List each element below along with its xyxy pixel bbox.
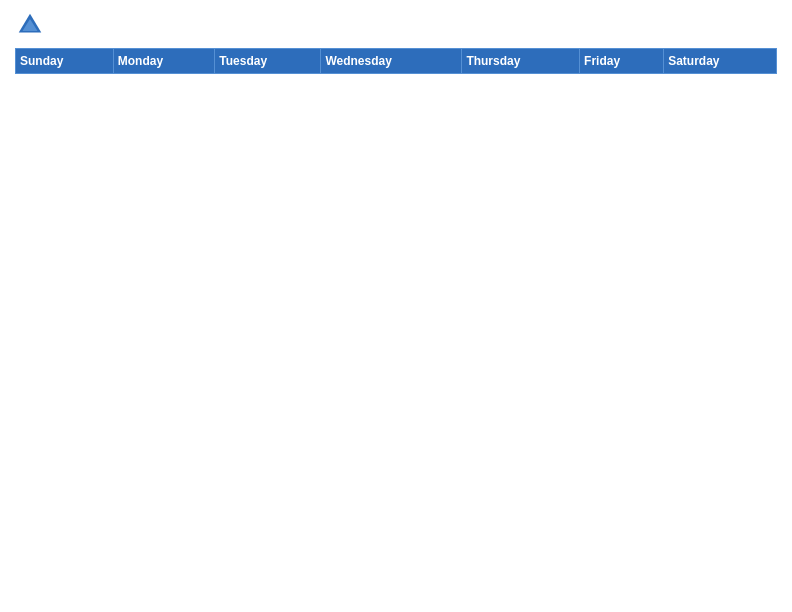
col-tuesday: Tuesday <box>215 49 321 74</box>
calendar: Sunday Monday Tuesday Wednesday Thursday… <box>15 48 777 74</box>
col-thursday: Thursday <box>462 49 580 74</box>
col-monday: Monday <box>113 49 215 74</box>
logo <box>15 10 49 40</box>
calendar-header-row: Sunday Monday Tuesday Wednesday Thursday… <box>16 49 777 74</box>
page: Sunday Monday Tuesday Wednesday Thursday… <box>0 0 792 612</box>
col-friday: Friday <box>580 49 664 74</box>
col-wednesday: Wednesday <box>321 49 462 74</box>
header <box>15 10 777 40</box>
logo-icon <box>15 10 45 40</box>
col-saturday: Saturday <box>664 49 777 74</box>
col-sunday: Sunday <box>16 49 114 74</box>
